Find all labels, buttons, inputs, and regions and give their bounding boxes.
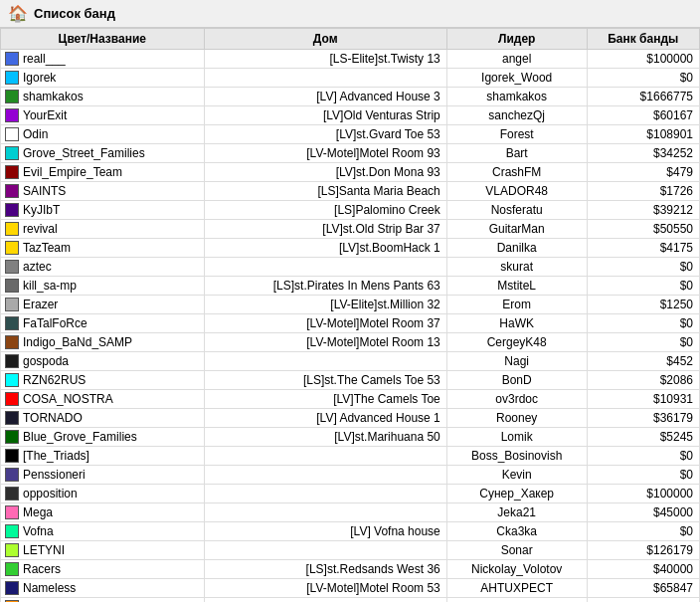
table-row: kill_sa-mp[LS]st.Pirates In Mens Pants 6… — [1, 277, 700, 296]
table-row: LETYNISonar$126179 — [1, 541, 700, 560]
gang-bank: $0 — [587, 522, 699, 541]
table-row: SAINTS[LS]Santa Maria BeachVLADOR48$1726 — [1, 182, 700, 201]
table-row: shamkakos[LV] Advanced House 3shamkakos$… — [1, 88, 700, 106]
gang-color-box — [5, 71, 19, 85]
gang-bank: $39212 — [587, 201, 699, 220]
gang-bank: $100000 — [587, 50, 699, 69]
gang-name-cell: shamkakos — [1, 88, 205, 106]
gang-home: [LV] Advanced House 1 — [204, 409, 446, 428]
gang-leader: notitle — [446, 598, 587, 603]
gang-bank: $0 — [587, 333, 699, 352]
gang-leader: Igorek_Wood — [446, 69, 587, 88]
gangs-table: Цвет/Название Дом Лидер Банк банды reall… — [0, 28, 700, 602]
table-row: TORNADO[LV] Advanced House 1Rooney$36179 — [1, 409, 700, 428]
gang-bank: $34252 — [587, 144, 699, 163]
table-row: Vofna[LV] Vofna houseCka3ka$0 — [1, 522, 700, 541]
gang-color-box — [5, 184, 19, 198]
gang-color-box — [5, 581, 19, 595]
gang-bank: $65847 — [587, 579, 699, 598]
gang-bank: $50550 — [587, 220, 699, 239]
gang-name: Evil_Empire_Team — [23, 165, 122, 179]
gang-name: TORNADO — [23, 411, 83, 425]
gang-name-cell: Grove_Street_Families — [1, 144, 205, 163]
gang-leader: Danilka — [446, 239, 587, 258]
gang-name: Grove_Street_Families — [23, 146, 145, 160]
gang-bank: $0 — [587, 258, 699, 277]
gang-leader: HaWK — [446, 314, 587, 333]
gang-color-box — [5, 354, 19, 368]
gang-name-cell: opposition — [1, 485, 205, 503]
gang-color-box — [5, 487, 19, 501]
table-row: neveK_Band_SAMP[LV]Disconotitle$1149 — [1, 598, 700, 603]
gang-home: [LS]st.Redsands West 36 — [204, 560, 446, 579]
gang-bank: $1250 — [587, 296, 699, 314]
gang-bank: $2086 — [587, 371, 699, 390]
gang-name-cell: aztec — [1, 258, 205, 277]
gang-color-box — [5, 298, 19, 311]
gang-bank: $10931 — [587, 390, 699, 409]
gang-name-cell: KyJIbT — [1, 201, 205, 220]
gang-name-cell: Penssioneri — [1, 466, 205, 485]
gang-name-cell: revival — [1, 220, 205, 239]
gang-color-box — [5, 468, 19, 482]
table-row: reall___[LS-Elite]st.Twisty 13angel$1000… — [1, 50, 700, 69]
gang-bank: $4175 — [587, 239, 699, 258]
gang-home: [LV]Disco — [204, 598, 446, 603]
gang-bank: $0 — [587, 69, 699, 88]
gang-color-box — [5, 316, 19, 330]
gang-bank: $126179 — [587, 541, 699, 560]
gang-name-cell: Nameless — [1, 579, 205, 598]
table-row: Racers[LS]st.Redsands West 36Nickolay_Vo… — [1, 560, 700, 579]
gang-name-cell: [The_Triads] — [1, 447, 205, 466]
gang-home: [LV-Motel]Motel Room 93 — [204, 144, 446, 163]
gang-leader: Сунер_Хакер — [446, 485, 587, 503]
table-row: [The_Triads]Boss_Bosinovish$0 — [1, 447, 700, 466]
gang-name: Penssioneri — [23, 468, 86, 482]
gang-leader: Erom — [446, 296, 587, 314]
gang-leader: skurat — [446, 258, 587, 277]
gang-name: Vofna — [23, 524, 54, 538]
gang-home: [LS-Elite]st.Twisty 13 — [204, 50, 446, 69]
gang-name-cell: Indigo_BaNd_SAMP — [1, 333, 205, 352]
gang-home: [LV]st.Marihuana 50 — [204, 428, 446, 447]
gang-name: Indigo_BaNd_SAMP — [23, 335, 132, 349]
gang-leader: Lomik — [446, 428, 587, 447]
table-row: Grove_Street_Families[LV-Motel]Motel Roo… — [1, 144, 700, 163]
gang-name-cell: COSA_NOSTRA — [1, 390, 205, 409]
gang-name: SAINTS — [23, 184, 66, 198]
gang-home: [LV] Vofna house — [204, 522, 446, 541]
gang-home — [204, 352, 446, 371]
col-header-home: Дом — [204, 29, 446, 50]
gang-leader: Nickolay_Volotov — [446, 560, 587, 579]
gang-bank: $452 — [587, 352, 699, 371]
gang-name: Nameless — [23, 581, 76, 595]
gang-leader: Nagi — [446, 352, 587, 371]
gang-name-cell: Erazer — [1, 296, 205, 314]
title-icon: 🏠 — [8, 4, 28, 23]
gang-leader: CrashFM — [446, 163, 587, 182]
gang-name-cell: FaTalFoRce — [1, 314, 205, 333]
gang-home — [204, 466, 446, 485]
gang-name-cell: TazTeam — [1, 239, 205, 258]
table-row: gospodaNagi$452 — [1, 352, 700, 371]
gang-leader: Sonar — [446, 541, 587, 560]
gang-color-box — [5, 543, 19, 557]
table-row: oppositionСунер_Хакер$100000 — [1, 485, 700, 503]
gang-leader: AHTUXPECT — [446, 579, 587, 598]
gang-color-box — [5, 52, 19, 66]
gang-bank: $1149 — [587, 598, 699, 603]
gang-home: [LV] Advanced House 3 — [204, 88, 446, 106]
gang-home: [LV-Motel]Motel Room 53 — [204, 579, 446, 598]
gang-bank: $1726 — [587, 182, 699, 201]
col-header-bank: Банк банды — [587, 29, 699, 50]
gang-bank: $0 — [587, 277, 699, 296]
table-row: COSA_NOSTRA[LV]The Camels Toeov3rdoc$109… — [1, 390, 700, 409]
gang-home — [204, 447, 446, 466]
gang-color-box — [5, 373, 19, 387]
col-header-leader: Лидер — [446, 29, 587, 50]
gang-name: shamkakos — [23, 90, 84, 103]
gang-bank: $45000 — [587, 503, 699, 522]
gang-bank: $108901 — [587, 125, 699, 144]
gang-name-cell: TORNADO — [1, 409, 205, 428]
table-row: PenssioneriKevin$0 — [1, 466, 700, 485]
